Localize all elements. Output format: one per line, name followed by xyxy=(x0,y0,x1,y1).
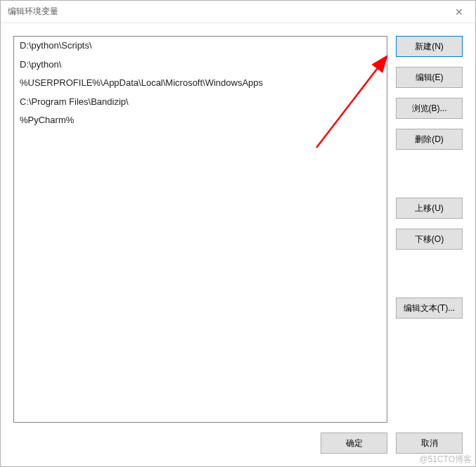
close-button[interactable]: ✕ xyxy=(443,1,475,23)
titlebar: 编辑环境变量 ✕ xyxy=(1,1,475,23)
new-button[interactable]: 新建(N) xyxy=(396,36,463,57)
footer-buttons: 确定 取消 xyxy=(13,433,463,454)
dialog-content: D:\python\Scripts\ D:\python\ %USERPROFI… xyxy=(1,23,475,466)
environment-variable-dialog: 编辑环境变量 ✕ D:\python\Scripts\ D:\python\ %… xyxy=(0,0,476,467)
list-item[interactable]: D:\python\ xyxy=(14,56,387,75)
cancel-button[interactable]: 取消 xyxy=(396,433,463,454)
main-row: D:\python\Scripts\ D:\python\ %USERPROFI… xyxy=(13,36,463,423)
button-spacer xyxy=(396,160,463,188)
browse-button[interactable]: 浏览(B)... xyxy=(396,98,463,119)
path-listbox[interactable]: D:\python\Scripts\ D:\python\ %USERPROFI… xyxy=(13,36,387,423)
delete-button[interactable]: 删除(D) xyxy=(396,129,463,150)
list-item[interactable]: D:\python\Scripts\ xyxy=(14,37,387,56)
move-down-button[interactable]: 下移(O) xyxy=(396,229,463,250)
close-icon: ✕ xyxy=(455,6,463,18)
edit-button[interactable]: 编辑(E) xyxy=(396,67,463,88)
list-item[interactable]: %PyCharm% xyxy=(14,111,387,130)
move-up-button[interactable]: 上移(U) xyxy=(396,198,463,219)
button-spacer xyxy=(396,260,463,288)
list-item[interactable]: %USERPROFILE%\AppData\Local\Microsoft\Wi… xyxy=(14,74,387,93)
edit-text-button[interactable]: 编辑文本(T)... xyxy=(396,298,463,319)
ok-button[interactable]: 确定 xyxy=(321,433,387,454)
dialog-title: 编辑环境变量 xyxy=(8,6,443,18)
side-button-column: 新建(N) 编辑(E) 浏览(B)... 删除(D) 上移(U) 下移(O) 编… xyxy=(396,36,463,423)
list-item[interactable]: C:\Program Files\Bandizip\ xyxy=(14,93,387,112)
